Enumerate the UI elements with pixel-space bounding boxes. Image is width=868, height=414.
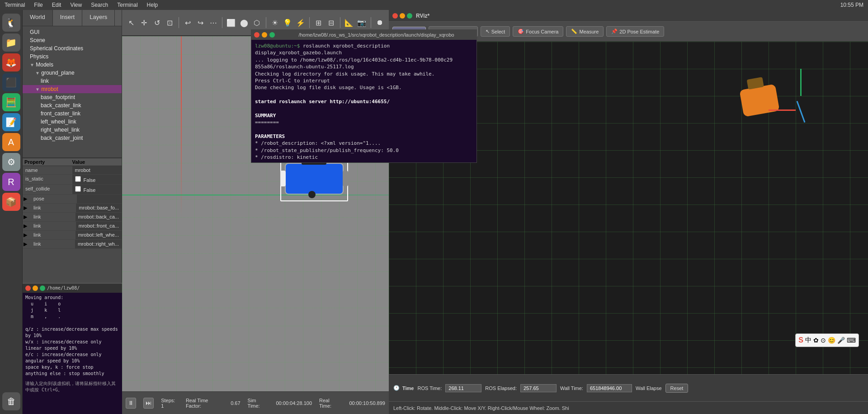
st-line-keys3: m , . [25, 314, 119, 320]
rviz-pose-estimate-btn[interactable]: 📌 2D Pose Estimate [606, 26, 664, 37]
ime-bar[interactable]: S 中 ✿ ⊙ 😊 🎤 ⌨ [795, 333, 859, 347]
prop-header-value: Value [72, 159, 120, 165]
prop-header-property: Property [24, 159, 72, 165]
st-max-btn[interactable] [40, 286, 45, 291]
menu-terminal-label[interactable]: Terminal [0, 1, 29, 9]
rviz-focus-camera-btn[interactable]: 🎯 Focus Camera [513, 26, 563, 37]
st-close-btn[interactable] [25, 286, 31, 291]
tree-front-caster[interactable]: front_caster_link [23, 109, 122, 118]
dock-trash[interactable]: 🗑 [2, 392, 20, 410]
tree-left-wheel[interactable]: left_wheel_link [23, 118, 122, 126]
focus-camera-label: Focus Camera [526, 29, 558, 34]
time-reset-button[interactable]: Reset [665, 384, 689, 393]
toolbar-box-btn[interactable]: ⬜ [226, 16, 236, 29]
toolbar-record-btn[interactable]: ⏺ [374, 16, 385, 29]
term-line-9: SUMMARY [255, 112, 473, 119]
term-max-btn[interactable] [269, 32, 275, 38]
term-line-11 [255, 126, 473, 133]
dock-amazon[interactable]: A [2, 133, 20, 151]
term-close-btn[interactable] [254, 32, 259, 38]
is-static-checkbox[interactable] [75, 176, 81, 182]
ros-time-input[interactable] [445, 384, 481, 392]
rviz-max-btn[interactable] [407, 13, 412, 19]
toolbar-sun-btn[interactable]: ☀ [269, 16, 280, 29]
prop-link4-arrow[interactable]: ▶ [23, 231, 32, 239]
prop-val-is-static[interactable]: False [72, 175, 122, 184]
st-min-btn[interactable] [33, 286, 38, 291]
dock-settings[interactable]: ⚙ [2, 153, 20, 171]
prop-link3-arrow[interactable]: ▶ [23, 222, 32, 230]
dock-firefox[interactable]: 🦊 [2, 53, 20, 71]
tree-ground-plane[interactable]: ▼ ground_plane [23, 69, 122, 77]
tab-layers[interactable]: Layers [82, 10, 115, 26]
tree-physics[interactable]: Physics [23, 52, 122, 61]
ime-chinese-char: 中 [805, 336, 811, 344]
real-time-factor-label: Real Time Factor: [186, 398, 223, 409]
tree-gui[interactable]: GUI [23, 28, 122, 36]
self-collide-checkbox[interactable] [75, 186, 81, 192]
tree-back-caster[interactable]: back_caster_link [23, 101, 122, 109]
prop-pose-arrow[interactable]: ▶ [23, 195, 32, 203]
tree-scene[interactable]: Scene [23, 36, 122, 44]
menu-help[interactable]: Help [142, 1, 163, 9]
toolbar-paste-btn[interactable]: ⊟ [326, 16, 336, 29]
terminal-window[interactable]: /home/lzw08/.ros_ws_1/src/xqrobot_descri… [251, 29, 477, 163]
rviz-measure-btn[interactable]: 📏 Measure [566, 26, 604, 37]
step-forward-button[interactable]: ⏭ [143, 398, 154, 409]
tree-models[interactable]: ▼ Models [23, 61, 122, 69]
tree-right-wheel[interactable]: right_wheel_link [23, 126, 122, 134]
ros-elapsed-input[interactable] [520, 384, 557, 392]
menu-search[interactable]: Search [86, 1, 113, 9]
dock-install[interactable]: 📦 [2, 193, 20, 211]
world-tree: GUI Scene Spherical Coordinates Physics … [23, 26, 122, 157]
prop-val-name[interactable]: mrobot [72, 166, 122, 174]
toolbar-scale-btn[interactable]: ⊡ [164, 16, 175, 29]
pause-button[interactable]: ⏸ [126, 398, 136, 409]
toolbar-copy-btn[interactable]: ⊞ [313, 16, 324, 29]
prop-link1-arrow[interactable]: ▶ [23, 204, 32, 212]
dock-rviz[interactable]: R [2, 173, 20, 191]
term-min-btn[interactable] [262, 32, 267, 38]
toolbar-rotate-btn[interactable]: ↺ [151, 16, 162, 29]
rviz-close-btn[interactable] [392, 13, 398, 19]
tab-world[interactable]: World [23, 10, 53, 26]
prop-val-self-collide[interactable]: False [72, 185, 122, 194]
toolbar-orbit-btn[interactable]: 📷 [356, 16, 367, 29]
toolbar-redo-btn[interactable]: ↪ [195, 16, 206, 29]
toolbar-more1-btn[interactable]: ⋯ [208, 16, 219, 29]
toolbar-spot-btn[interactable]: ⚡ [295, 16, 306, 29]
toolbar-cam-btn[interactable]: 📐 [344, 16, 354, 29]
small-terminal[interactable]: /home/lzw08/ Moving around: u i o j k l … [23, 283, 122, 414]
wall-time-input[interactable] [587, 384, 632, 392]
menu-edit[interactable]: Edit [47, 1, 66, 9]
toolbar-undo-btn[interactable]: ↩ [182, 16, 193, 29]
toolbar-sphere-btn[interactable]: ⬤ [239, 16, 250, 29]
toolbar-cylinder-btn[interactable]: ⬡ [251, 16, 262, 29]
dock-ubuntu[interactable]: 🐧 [2, 14, 20, 32]
toolbar-move-btn[interactable]: ✛ [138, 16, 149, 29]
tab-insert[interactable]: Insert [53, 10, 83, 26]
dock-text[interactable]: 📝 [2, 113, 20, 131]
tree-back-caster-label: back_caster_link [41, 102, 81, 109]
rviz-min-btn[interactable] [400, 13, 405, 19]
menu-terminal[interactable]: Terminal [113, 1, 142, 9]
term-line-0: lzw08@ubuntu:~$ roslaunch xqrobot_descri… [255, 43, 473, 57]
toolbar-select-btn[interactable]: ↖ [126, 16, 137, 29]
tree-back-joint[interactable]: back_caster_joint [23, 134, 122, 142]
prop-link2-arrow[interactable]: ▶ [23, 213, 32, 221]
dock-terminal[interactable]: ⬛ [2, 73, 20, 91]
tree-spherical[interactable]: Spherical Coordinates [23, 44, 122, 52]
tree-mrobot[interactable]: ▼ mrobot [23, 85, 122, 93]
menu-file[interactable]: File [29, 1, 47, 9]
tree-base-footprint[interactable]: base_footprint [23, 93, 122, 101]
toolbar-light-btn[interactable]: 💡 [282, 16, 293, 29]
prop-link5-arrow[interactable]: ▶ [23, 240, 32, 248]
z-axis-line [181, 36, 182, 217]
tree-ground-link[interactable]: link [23, 77, 122, 85]
menu-view[interactable]: View [66, 1, 86, 9]
rviz-select-btn[interactable]: ↖ Select [481, 26, 510, 37]
terminal-content[interactable]: lzw08@ubuntu:~$ roslaunch xqrobot_descri… [251, 40, 476, 162]
dock-files[interactable]: 📁 [2, 33, 20, 52]
dock-calc[interactable]: 🧮 [2, 93, 20, 111]
robot-left-wheel [280, 171, 286, 186]
